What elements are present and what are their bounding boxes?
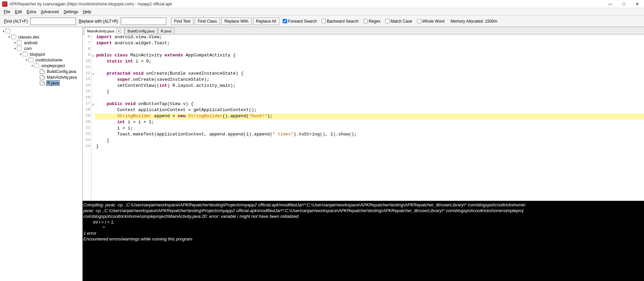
tab-label: MainActivity.java [87, 29, 114, 33]
folder-icon [11, 35, 16, 39]
code-line[interactable]: } [95, 138, 644, 144]
menu-extra[interactable]: Extra [24, 9, 38, 15]
tab-r-java[interactable]: R.java [158, 27, 174, 34]
tree-node-MainActivity.java[interactable]: MainActivity.java [0, 74, 82, 80]
match-case-checkbox[interactable]: Match Case [385, 19, 412, 24]
tree-node-label: android [23, 41, 38, 45]
menu-advanced[interactable]: Advanced [38, 9, 61, 15]
code-area[interactable]: import android.view.View;import android.… [95, 34, 644, 201]
tree-toggle-icon[interactable]: ▾ [24, 58, 28, 62]
menu-bar: FileEditExtraAdvancedSettingsHelp [0, 8, 644, 16]
tree-node-cooltrickshome[interactable]: ▾cooltrickshome [0, 57, 82, 63]
tree-node-label: blogspot [29, 52, 46, 57]
console-output[interactable]: Compiling: javac -cp .;C:\Users\anjain\w… [83, 201, 644, 281]
folder-icon [17, 41, 22, 45]
tab-buildconfig-java[interactable]: BuildConfig.java [124, 27, 158, 34]
menu-file[interactable]: File [1, 9, 12, 15]
code-line[interactable]: Toast.makeText(applicationContext, appen… [95, 132, 644, 138]
code-line[interactable]: public class MainActivity extends AppCom… [95, 53, 644, 59]
forward-search-checkbox[interactable]: Forward Search [283, 19, 317, 24]
tree-toggle-icon[interactable]: ▾ [19, 52, 23, 56]
fold-marker[interactable]: ⊟ [91, 101, 95, 107]
code-line[interactable]: import android.widget.Toast; [95, 41, 644, 47]
app-icon [2, 1, 7, 7]
tree-toggle-icon[interactable]: ▾ [13, 41, 17, 45]
tree-node-R.java[interactable]: R.java [0, 80, 82, 86]
tree-node-classes.dex[interactable]: ▾classes.dex [0, 34, 82, 40]
tab-mainactivity-java[interactable]: MainActivity.java× [84, 27, 124, 34]
close-icon[interactable]: × [116, 29, 121, 33]
tree-node-label: classes.dex [18, 35, 40, 40]
replace-all-button[interactable]: Replace All [253, 18, 279, 25]
replace-input[interactable] [121, 18, 166, 25]
tree-panel[interactable]: ▾▾classes.dex▾android▾com▾blogspot▾coolt… [0, 27, 83, 281]
find-class-button[interactable]: Find Class [195, 18, 220, 25]
tree-node-label: cooltrickshome [35, 58, 63, 62]
folder-icon [34, 63, 39, 68]
console-line: com\blogspot\cooltrickshome\simpleprojec… [83, 214, 643, 220]
file-icon [40, 69, 45, 74]
tree-node-com[interactable]: ▾com [0, 46, 82, 51]
menu-edit[interactable]: Edit [12, 9, 24, 15]
code-line[interactable]: static int i = 0; [95, 59, 644, 65]
tab-label: R.java [161, 29, 171, 33]
code-line[interactable]: Context applicationContext = getApplicat… [95, 107, 644, 113]
tree-node-root[interactable]: ▾ [0, 28, 82, 34]
file-icon [40, 75, 45, 79]
folder-icon [23, 52, 28, 56]
code-line[interactable]: protected void onCreate(Bundle savedInst… [95, 71, 644, 77]
find-toolbar: Find (ALT+F) Replace with (ALT+R) Find T… [0, 16, 644, 27]
code-line[interactable] [95, 95, 644, 101]
tab-strip: MainActivity.java×BuildConfig.javaR.java [83, 27, 644, 34]
code-editor[interactable]: 6789101112131415161718192021222324 ⊟⊟⊟ i… [83, 34, 644, 201]
fold-marker [91, 107, 95, 113]
code-line[interactable]: } [95, 144, 644, 150]
tree-node-simpleproject[interactable]: ▾simpleproject [0, 63, 82, 69]
tree-node-blogspot[interactable]: ▾blogspot [0, 51, 82, 57]
main-area: ▾▾classes.dex▾android▾com▾blogspot▾coolt… [0, 27, 644, 281]
fold-marker[interactable]: ⊟ [91, 71, 95, 77]
find-input[interactable] [30, 18, 76, 25]
fold-gutter[interactable]: ⊟⊟⊟ [91, 34, 95, 201]
fold-marker [91, 41, 95, 47]
file-icon [40, 81, 45, 85]
fold-marker [91, 126, 95, 132]
close-button[interactable]: ✕ [631, 0, 644, 8]
folder-icon [5, 29, 10, 33]
code-line[interactable]: i = i; [95, 126, 644, 132]
tree-node-BuildConfig.java[interactable]: BuildConfig.java [0, 69, 82, 74]
code-line[interactable]: public void onButtonTap(View v) { [95, 101, 644, 107]
line-gutter: 6789101112131415161718192021222324 [83, 34, 91, 201]
fold-marker [91, 113, 95, 120]
code-line[interactable]: } [95, 89, 644, 95]
fold-marker [91, 34, 95, 41]
tree-node-label: BuildConfig.java [46, 69, 77, 74]
fold-marker [91, 89, 95, 95]
fold-marker [91, 95, 95, 101]
tree-toggle-icon[interactable]: ▾ [7, 35, 11, 39]
code-line[interactable]: StringBuilder append = new StringBuilder… [95, 113, 644, 120]
tree-node-label: MainActivity.java [46, 75, 77, 80]
code-line[interactable]: int i = i + 1; [95, 120, 644, 126]
menu-help[interactable]: Help [81, 9, 94, 15]
code-line[interactable]: import android.view.View; [95, 34, 644, 41]
maximize-button[interactable]: □ [617, 0, 631, 8]
menu-settings[interactable]: Settings [61, 9, 80, 15]
backward-search-checkbox[interactable]: Backward Search [321, 19, 359, 24]
fold-marker [91, 47, 95, 53]
minimize-button[interactable]: — [604, 0, 617, 8]
fold-marker[interactable]: ⊟ [91, 53, 95, 59]
tree-toggle-icon[interactable]: ▾ [1, 29, 5, 33]
code-line[interactable]: setContentView((int) R.layout.activity_m… [95, 83, 644, 89]
tree-toggle-icon[interactable]: ▾ [30, 64, 34, 68]
tree-node-android[interactable]: ▾android [0, 40, 82, 46]
find-text-button[interactable]: Find Text [171, 18, 193, 25]
code-line[interactable] [95, 47, 644, 53]
code-line[interactable] [95, 65, 644, 71]
replace-with-button[interactable]: Replace With [221, 18, 251, 25]
tree-toggle-icon[interactable]: ▾ [13, 47, 17, 50]
code-line[interactable]: super.onCreate(savedInstanceState); [95, 77, 644, 83]
whole-word-checkbox[interactable]: Whole Word [417, 19, 445, 24]
regex-checkbox[interactable]: Regex [363, 19, 381, 24]
editor-panel: MainActivity.java×BuildConfig.javaR.java… [83, 27, 644, 281]
